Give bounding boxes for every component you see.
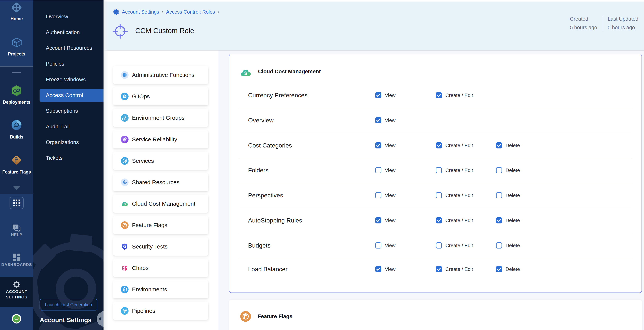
svg-text:$: $ xyxy=(244,70,247,76)
svg-text:?: ? xyxy=(15,225,16,229)
svg-text:$: $ xyxy=(124,202,126,206)
